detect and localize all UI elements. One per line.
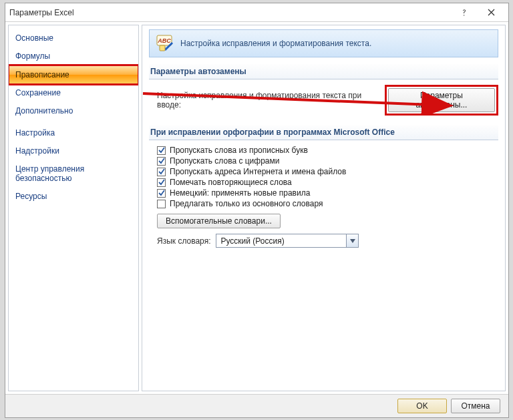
autocorrect-row: Настройка исправления и форматирования т… [157,85,498,116]
sidebar-item-advanced[interactable]: Дополнительно [9,102,138,120]
checkbox-row: Предлагать только из основного словаря [157,199,498,208]
close-icon [488,9,495,16]
checkbox[interactable] [157,157,166,166]
cancel-button[interactable]: Отмена [451,399,500,413]
sidebar-item-formulas[interactable]: Формулы [9,47,138,65]
settings-panel: ABC Настройка исправления и форматирован… [142,25,506,391]
checkbox-row: Немецкий: применять новые правила [157,188,498,198]
sidebar-item-proofing[interactable]: Правописание [9,65,138,84]
sidebar-item-label: Ресурсы [15,192,47,201]
sidebar-item-addins[interactable]: Надстройки [9,142,138,160]
abc-check-icon: ABC [156,35,174,52]
checkbox[interactable] [157,178,166,187]
sidebar-item-resources[interactable]: Ресурсы [9,188,138,206]
group-spelling-title: При исправлении орфографии в программах … [149,125,498,140]
button-label: Отмена [461,401,490,411]
sidebar-item-label: Сохранение [15,88,61,97]
checkbox-row: Пропускать слова с цифрами [157,156,498,166]
dialog-footer: OK Отмена [5,394,508,417]
sidebar-item-label: Правописание [15,70,69,79]
sidebar-item-label: Формулы [15,51,50,61]
svg-text:ABC: ABC [157,37,171,44]
checkbox[interactable] [157,200,166,208]
sidebar-item-customize[interactable]: Настройка [9,124,138,142]
excel-options-dialog: Параметры Excel Основные Формулы Правопи… [5,3,509,418]
sidebar-item-label: Дополнительно [15,106,73,116]
checkbox[interactable] [157,146,166,155]
dict-language-select[interactable]: Русский (Россия) [216,234,359,248]
checkbox-label: Помечать повторяющиеся слова [170,178,292,187]
sidebar-item-general[interactable]: Основные [9,29,138,47]
select-value: Русский (Россия) [216,236,346,246]
sidebar-item-label: Основные [15,33,53,43]
dialog-body: Основные Формулы Правописание Сохранение… [5,22,508,394]
window-title: Параметры Excel [9,8,451,17]
titlebar: Параметры Excel [5,3,508,22]
check-list: Пропускать слова из прописных буквПропус… [149,146,498,208]
banner-text: Настройка исправления и форматирования т… [180,39,371,48]
ok-button[interactable]: OK [397,399,447,413]
button-label: Параметры автозамены... [415,91,467,110]
sidebar-item-label: Надстройки [15,146,59,156]
checkbox[interactable] [157,168,166,176]
checkbox-label: Предлагать только из основного словаря [170,199,323,208]
sidebar-item-save[interactable]: Сохранение [9,84,138,102]
checkbox-label: Пропускать адреса Интернета и имена файл… [170,167,346,176]
autocorrect-button-highlight: Параметры автозамены... [385,85,498,116]
help-icon [460,9,468,17]
close-button[interactable] [478,4,504,21]
panel-banner: ABC Настройка исправления и форматирован… [149,29,498,57]
group-autocorrect-title: Параметры автозамены [149,64,498,79]
checkbox-label: Пропускать слова с цифрами [170,156,279,166]
checkbox-row: Помечать повторяющиеся слова [157,178,498,187]
svg-rect-2 [160,45,165,51]
sidebar-item-trust-center[interactable]: Центр управления безопасностью [9,160,138,188]
checkbox-row: Пропускать адреса Интернета и имена файл… [157,167,498,176]
dict-language-row: Язык словаря: Русский (Россия) [157,234,498,248]
sidebar-item-label: Настройка [15,128,55,138]
checkbox-label: Немецкий: применять новые правила [170,188,310,198]
button-label: OK [416,401,428,411]
autocorrect-caption: Настройка исправления и форматирования т… [157,91,374,110]
sidebar-item-label: Центр управления безопасностью [15,164,84,183]
dict-language-label: Язык словаря: [157,236,210,246]
checkbox-label: Пропускать слова из прописных букв [170,146,308,155]
autocorrect-options-button[interactable]: Параметры автозамены... [388,88,495,112]
category-sidebar: Основные Формулы Правописание Сохранение… [8,25,139,391]
help-button[interactable] [451,4,478,21]
custom-dictionaries-button[interactable]: Вспомогательные словари... [157,214,281,228]
button-label: Вспомогательные словари... [166,216,272,226]
chevron-down-icon [346,234,358,247]
checkbox[interactable] [157,189,166,198]
checkbox-row: Пропускать слова из прописных букв [157,146,498,155]
